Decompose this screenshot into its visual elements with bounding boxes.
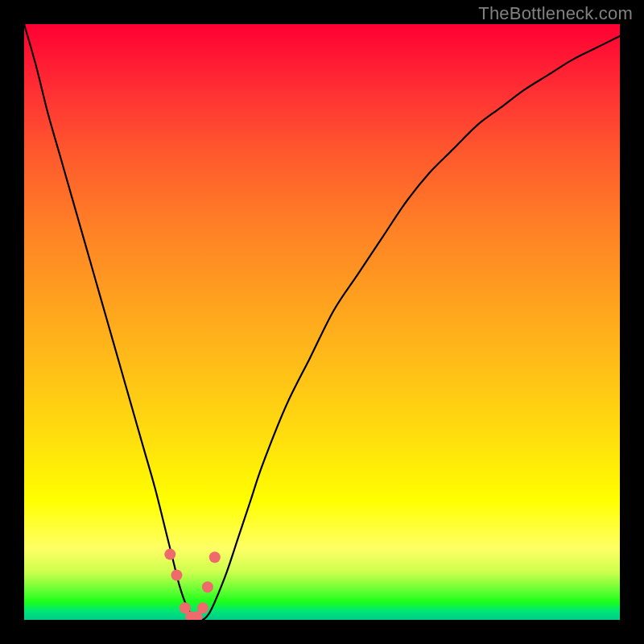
curve-marker — [209, 551, 221, 563]
chart-frame: TheBottleneck.com — [0, 0, 644, 644]
curve-svg — [24, 24, 620, 620]
bottleneck-curve — [24, 24, 620, 620]
plot-area — [24, 24, 620, 620]
curve-marker — [171, 570, 182, 581]
curve-marker — [164, 549, 175, 560]
curve-marker — [202, 581, 213, 592]
curve-marker — [197, 602, 208, 613]
watermark-text: TheBottleneck.com — [478, 3, 633, 24]
curve-layer — [24, 24, 620, 620]
